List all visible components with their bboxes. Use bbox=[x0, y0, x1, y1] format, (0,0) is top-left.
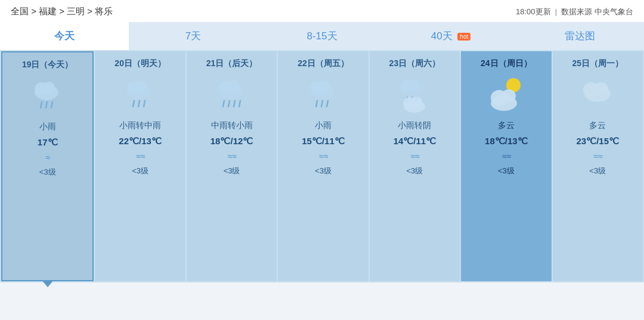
temp-today: 17℃ bbox=[38, 137, 58, 148]
weather-col-25: 25日（周一） 多云 23℃/15℃ ≈ ≈ <3级 bbox=[553, 51, 643, 281]
temp-24: 18℃/13℃ bbox=[485, 136, 528, 147]
wind-level-21: <3级 bbox=[224, 166, 240, 176]
weather-icon-25 bbox=[577, 74, 618, 116]
weather-icon-21 bbox=[211, 74, 253, 116]
weather-label-today: 小雨 bbox=[39, 122, 56, 132]
wind-icon-20: ≈ ≈ bbox=[137, 151, 144, 161]
svg-point-8 bbox=[135, 80, 147, 92]
weather-label-23: 小雨转阴 bbox=[398, 120, 431, 131]
tab-bar: 今天 7天 8-15天 40天 hot 雷达图 bbox=[0, 22, 644, 50]
header: 全国 > 福建 > 三明 > 将乐 18:00更新 | 数据来源 中央气象台 bbox=[0, 0, 644, 22]
wind-icon-today: ≈ bbox=[46, 153, 49, 162]
temp-23: 14℃/11℃ bbox=[394, 136, 436, 147]
wind-level-20: <3级 bbox=[132, 166, 148, 176]
today-pointer bbox=[42, 280, 54, 287]
wind-24: ≈ ≈ bbox=[502, 151, 510, 161]
svg-line-16 bbox=[228, 101, 230, 107]
temp-21: 18℃/12℃ bbox=[210, 136, 253, 147]
svg-point-33 bbox=[411, 97, 422, 107]
svg-point-37 bbox=[501, 89, 516, 102]
update-time: 18:00更新 bbox=[516, 7, 551, 16]
svg-line-5 bbox=[51, 102, 52, 108]
svg-line-9 bbox=[133, 101, 134, 107]
weather-icon-22 bbox=[302, 74, 344, 116]
svg-point-27 bbox=[409, 79, 420, 90]
cloudy-icon-25 bbox=[578, 76, 617, 114]
wind-22: ≈ ≈ bbox=[319, 151, 327, 161]
weather-label-20: 小雨转中雨 bbox=[119, 120, 161, 131]
svg-line-4 bbox=[46, 102, 47, 108]
weather-label-22: 小雨 bbox=[315, 120, 332, 131]
wind-level-24: <3级 bbox=[498, 166, 515, 176]
weather-icon-24 bbox=[485, 74, 527, 116]
hot-badge: hot bbox=[457, 33, 470, 41]
date-today: 19日（今天） bbox=[6, 60, 89, 70]
svg-line-11 bbox=[144, 101, 145, 107]
rain-icon-20 bbox=[121, 76, 159, 114]
rain-icon bbox=[29, 77, 67, 115]
weather-icon-20 bbox=[119, 74, 161, 116]
weather-grid: 19日（今天） 小雨 17℃ ≈ <3级 20日（明天） bbox=[0, 50, 644, 282]
tab-radar[interactable]: 雷达图 bbox=[515, 22, 644, 50]
wind-icon-21: ≈ ≈ bbox=[228, 151, 236, 161]
tab-8-15days[interactable]: 8-15天 bbox=[258, 22, 386, 50]
date-25: 25日（周一） bbox=[556, 58, 639, 69]
weather-col-today: 19日（今天） 小雨 17℃ ≈ <3级 bbox=[1, 51, 94, 281]
wind-level-23: <3级 bbox=[406, 166, 423, 176]
temp-22: 15℃/11℃ bbox=[302, 136, 345, 147]
weather-col-22: 22日（周五） 小雨 15℃/11℃ ≈ ≈ <3级 bbox=[278, 51, 368, 281]
date-20: 20日（明天） bbox=[98, 58, 181, 69]
wind-23: ≈ ≈ bbox=[411, 151, 419, 161]
date-24: 24日（周日） bbox=[465, 58, 547, 69]
temp-25: 23℃/15℃ bbox=[576, 136, 619, 147]
weather-label-25: 多云 bbox=[589, 120, 606, 131]
weather-label-21: 中雨转小雨 bbox=[211, 120, 253, 131]
svg-line-23 bbox=[321, 101, 323, 107]
svg-point-14 bbox=[227, 80, 239, 92]
svg-line-18 bbox=[239, 101, 240, 107]
wind-icon-22: ≈ ≈ bbox=[319, 151, 327, 161]
svg-point-21 bbox=[318, 80, 330, 92]
partly-cloudy-icon-24 bbox=[487, 76, 525, 114]
weather-col-20: 20日（明天） 小雨转中雨 22℃/13℃ ≈ ≈ <3级 bbox=[95, 51, 185, 281]
wind-icon-24: ≈ ≈ bbox=[502, 151, 510, 161]
temp-20: 22℃/13℃ bbox=[119, 136, 162, 147]
wind-icon-25: ≈ ≈ bbox=[594, 151, 602, 161]
weather-app: 全国 > 福建 > 三明 > 将乐 18:00更新 | 数据来源 中央气象台 今… bbox=[0, 0, 644, 282]
svg-line-3 bbox=[41, 102, 42, 108]
date-23: 23日（周六） bbox=[373, 58, 456, 69]
weather-icon-today bbox=[27, 75, 69, 117]
rain-cloud-icon-23 bbox=[395, 76, 434, 114]
data-source: 数据来源 中央气象台 bbox=[561, 7, 633, 16]
weather-label-24: 多云 bbox=[498, 120, 515, 131]
rain-icon-22 bbox=[304, 76, 342, 114]
svg-point-40 bbox=[594, 82, 608, 95]
wind-21: ≈ ≈ bbox=[228, 151, 236, 161]
update-info: 18:00更新 | 数据来源 中央气象台 bbox=[516, 7, 633, 17]
svg-line-15 bbox=[223, 101, 224, 107]
wind-25: ≈ ≈ bbox=[594, 151, 602, 161]
wind-level-22: <3级 bbox=[315, 166, 332, 176]
wind-level-25: <3级 bbox=[589, 166, 606, 176]
wind-icon-23: ≈ ≈ bbox=[411, 151, 419, 161]
rain-icon-21 bbox=[213, 76, 251, 114]
wind-20: ≈ ≈ bbox=[137, 151, 144, 161]
wind-today: ≈ bbox=[46, 153, 49, 162]
svg-line-10 bbox=[138, 101, 140, 107]
tab-7days[interactable]: 7天 bbox=[129, 22, 258, 50]
svg-point-2 bbox=[43, 82, 55, 94]
weather-col-21: 21日（后天） 中雨转小雨 18℃/12℃ ≈ ≈ <3级 bbox=[187, 51, 277, 281]
svg-line-17 bbox=[234, 101, 235, 107]
weather-col-23: 23日（周六） 小雨转阴 14℃/11℃ bbox=[370, 51, 460, 281]
weather-col-24: 24日（周日） 多云 18℃/13℃ ≈ ≈ <3级 bbox=[461, 51, 551, 281]
date-22: 22日（周五） bbox=[281, 58, 364, 69]
tab-40days[interactable]: 40天 hot bbox=[386, 22, 515, 50]
weather-icon-23 bbox=[394, 74, 435, 116]
tab-today[interactable]: 今天 bbox=[0, 22, 129, 50]
svg-line-24 bbox=[327, 101, 328, 107]
svg-line-22 bbox=[316, 101, 317, 107]
breadcrumb[interactable]: 全国 > 福建 > 三明 > 将乐 bbox=[11, 6, 113, 17]
date-21: 21日（后天） bbox=[190, 58, 273, 69]
wind-level-today: <3级 bbox=[39, 167, 56, 178]
